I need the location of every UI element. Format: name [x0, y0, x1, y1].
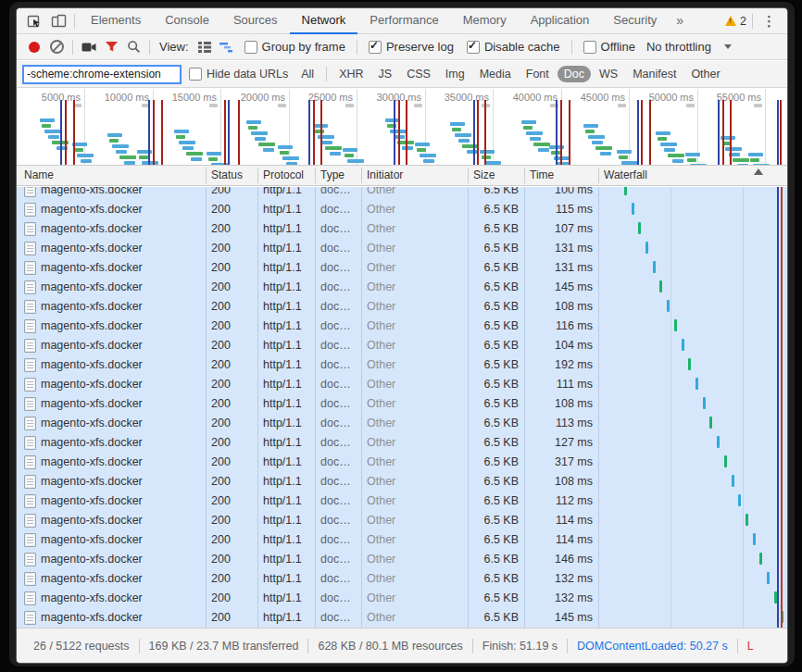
request-row[interactable]: magento-xfs.docker 200 http/1.1 doc… Oth… — [17, 530, 787, 550]
filter-type-ws[interactable]: WS — [593, 66, 624, 82]
filter-type-css[interactable]: CSS — [400, 66, 437, 82]
col-header-type[interactable]: Type — [320, 168, 345, 181]
filter-type-xhr[interactable]: XHR — [332, 66, 370, 82]
request-row[interactable]: magento-xfs.docker 200 http/1.1 doc… Oth… — [17, 187, 787, 200]
document-icon — [24, 572, 36, 586]
column-resize-handle[interactable] — [361, 168, 362, 183]
waterfall-bar — [732, 475, 734, 487]
overview-timeline[interactable]: 5000 ms10000 ms15000 ms20000 ms25000 ms3… — [17, 89, 787, 166]
request-row[interactable]: magento-xfs.docker 200 http/1.1 doc… Oth… — [17, 511, 787, 530]
tab-network[interactable]: Network — [290, 8, 358, 34]
request-row[interactable]: magento-xfs.docker 200 http/1.1 doc… Oth… — [17, 336, 787, 355]
request-initiator: Other — [367, 455, 395, 468]
tab-memory[interactable]: Memory — [451, 8, 519, 34]
filter-type-img[interactable]: Img — [439, 66, 471, 82]
tab-sources[interactable]: Sources — [221, 8, 290, 34]
filter-type-media[interactable]: Media — [473, 66, 518, 82]
request-row[interactable]: magento-xfs.docker 200 http/1.1 doc… Oth… — [17, 453, 787, 472]
column-resize-handle[interactable] — [468, 168, 469, 183]
request-name: magento-xfs.docker — [41, 397, 143, 410]
capture-screenshots-button[interactable] — [79, 38, 99, 56]
throttling-dropdown[interactable]: No throttling — [646, 40, 732, 54]
request-type: doc… — [320, 475, 351, 488]
request-time: 116 ms — [556, 319, 593, 332]
column-resize-handle[interactable] — [206, 168, 207, 183]
filter-type-other[interactable]: Other — [684, 66, 726, 82]
filter-type-manifest[interactable]: Manifest — [626, 66, 683, 82]
overview-request-bar — [315, 130, 324, 133]
disable-cache-checkbox[interactable]: Disable cache — [467, 40, 560, 54]
overview-request-bar — [325, 146, 342, 150]
preserve-log-checkbox[interactable]: Preserve log — [369, 40, 454, 54]
record-button[interactable] — [24, 38, 44, 56]
inspect-element-button[interactable] — [22, 10, 46, 32]
filter-type-js[interactable]: JS — [372, 66, 399, 82]
request-protocol: http/1.1 — [263, 436, 302, 449]
request-type: doc… — [320, 187, 351, 196]
hide-data-urls-checkbox[interactable]: Hide data URLs — [189, 68, 288, 81]
col-header-protocol[interactable]: Protocol — [263, 168, 304, 181]
request-row[interactable]: magento-xfs.docker 200 http/1.1 doc… Oth… — [17, 200, 787, 219]
filter-type-doc[interactable]: Doc — [558, 66, 591, 82]
request-status: 200 — [211, 187, 231, 196]
request-row[interactable]: magento-xfs.docker 200 http/1.1 doc… Oth… — [17, 219, 787, 239]
request-row[interactable]: magento-xfs.docker 200 http/1.1 doc… Oth… — [17, 278, 787, 297]
tab-console[interactable]: Console — [153, 8, 221, 34]
more-options-icon[interactable]: ⋮ — [757, 13, 782, 30]
tab-elements[interactable]: Elements — [79, 8, 153, 34]
column-resize-handle[interactable] — [524, 168, 525, 183]
clear-button[interactable] — [46, 38, 67, 56]
summary-load: L — [738, 640, 754, 653]
request-row[interactable]: magento-xfs.docker 200 http/1.1 doc… Oth… — [17, 317, 787, 336]
chevron-down-icon — [724, 44, 732, 49]
col-header-name[interactable]: Name — [24, 168, 54, 181]
filter-type-all[interactable]: All — [294, 66, 320, 82]
request-row[interactable]: magento-xfs.docker 200 http/1.1 doc… Oth… — [17, 472, 787, 492]
issues-badge[interactable]: 2 — [725, 15, 746, 28]
request-name: magento-xfs.docker — [41, 187, 143, 196]
preserve-log-label: Preserve log — [386, 40, 454, 54]
request-row[interactable]: magento-xfs.docker 200 http/1.1 doc… Oth… — [17, 355, 787, 375]
tab-security[interactable]: Security — [601, 8, 669, 34]
sort-ascending-icon[interactable] — [754, 168, 763, 175]
overview-request-bar — [621, 161, 638, 165]
request-row[interactable]: magento-xfs.docker 200 http/1.1 doc… Oth… — [17, 297, 787, 317]
request-row[interactable]: magento-xfs.docker 200 http/1.1 doc… Oth… — [17, 375, 787, 394]
filter-input[interactable] — [22, 65, 182, 84]
overview-toggle[interactable] — [217, 38, 237, 56]
request-row[interactable]: magento-xfs.docker 200 http/1.1 doc… Oth… — [17, 414, 787, 433]
col-header-initiator[interactable]: Initiator — [367, 168, 403, 181]
large-rows-toggle[interactable] — [194, 38, 215, 56]
col-header-waterfall[interactable]: Waterfall — [604, 168, 647, 181]
more-tabs-button[interactable]: » — [669, 8, 691, 34]
column-resize-handle[interactable] — [598, 168, 599, 183]
filter-type-font[interactable]: Font — [520, 66, 556, 82]
tab-performance[interactable]: Performance — [357, 8, 450, 34]
request-type: doc… — [320, 358, 351, 371]
filter-button[interactable] — [101, 38, 121, 56]
request-row[interactable]: magento-xfs.docker 200 http/1.1 doc… Oth… — [17, 258, 787, 278]
overview-request-bar — [44, 130, 61, 133]
request-row[interactable]: magento-xfs.docker 200 http/1.1 doc… Oth… — [17, 569, 787, 589]
request-row[interactable]: magento-xfs.docker 200 http/1.1 doc… Oth… — [17, 239, 787, 258]
search-button[interactable] — [123, 38, 144, 56]
request-row[interactable]: magento-xfs.docker 200 http/1.1 doc… Oth… — [17, 394, 787, 414]
request-row[interactable]: magento-xfs.docker 200 http/1.1 doc… Oth… — [17, 608, 787, 628]
col-header-size[interactable]: Size — [473, 168, 495, 181]
request-row[interactable]: magento-xfs.docker 200 http/1.1 doc… Oth… — [17, 492, 787, 511]
device-toolbar-button[interactable] — [46, 10, 70, 32]
waterfall-bar — [667, 300, 670, 312]
offline-checkbox[interactable]: Offline — [583, 40, 635, 54]
col-header-status[interactable]: Status — [211, 168, 243, 181]
request-row[interactable]: magento-xfs.docker 200 http/1.1 doc… Oth… — [17, 550, 787, 569]
column-resize-handle[interactable] — [257, 168, 258, 183]
group-by-frame-checkbox[interactable]: Group by frame — [244, 40, 345, 54]
request-type: doc… — [320, 494, 351, 507]
tab-application[interactable]: Application — [519, 8, 602, 34]
overview-request-bar — [687, 158, 696, 162]
request-row[interactable]: magento-xfs.docker 200 http/1.1 doc… Oth… — [17, 433, 787, 453]
column-resize-handle[interactable] — [315, 168, 316, 183]
request-row[interactable]: magento-xfs.docker 200 http/1.1 doc… Oth… — [17, 589, 787, 608]
request-initiator: Other — [367, 436, 395, 449]
col-header-time[interactable]: Time — [530, 168, 554, 181]
